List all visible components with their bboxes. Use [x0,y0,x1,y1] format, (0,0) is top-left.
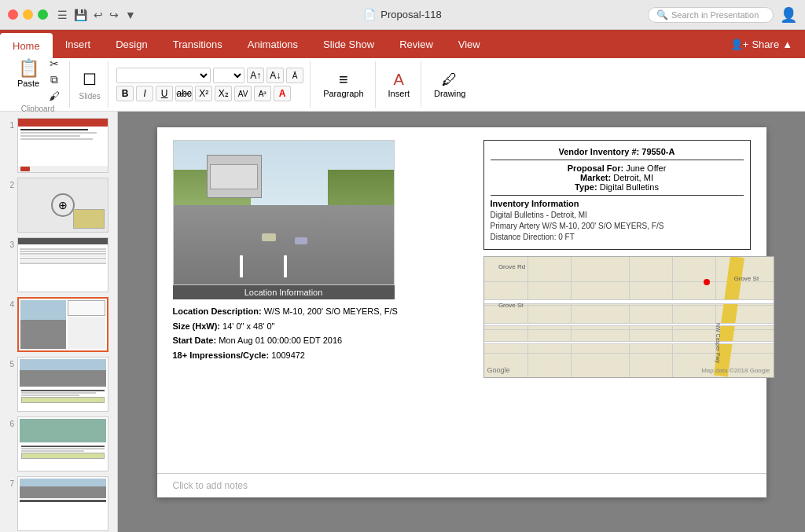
tab-insert[interactable]: Insert [53,30,104,58]
start-date-row: Start Date: Mon Aug 01 00:00:00 EDT 2016 [173,333,471,348]
increase-font-button[interactable]: A↑ [247,68,264,83]
drawing-button[interactable]: 🖊 Drawing [429,69,470,100]
format-painter-icon: 🖌 [49,90,60,102]
text-color-button[interactable]: A [274,86,291,101]
slide-thumb-4[interactable] [17,297,108,352]
toolbar-icons: ☰ 💾 ↩ ↪ ▼ [57,9,136,21]
share-button[interactable]: 👤+ Share ▲ [718,30,805,58]
map-google-label: Google [487,366,510,374]
new-slide-button[interactable]: ☐ [78,68,101,90]
format-painter-button[interactable]: 🖌 [46,89,63,103]
location-details: Location Description: W/S M-10, 200' S/O… [173,304,471,363]
slide-item-7[interactable]: 7 [5,476,112,531]
save-icon[interactable]: 💾 [74,9,87,21]
map-placeholder: Grove Rd Grove St NW Casper Fwy Grove St… [483,256,774,378]
slide-item-5[interactable]: 5 [5,357,112,412]
profile-icon[interactable]: 👤 [780,6,797,24]
undo-icon[interactable]: ↩ [94,9,103,21]
window-controls [8,9,48,20]
subscript-button[interactable]: X₂ [215,86,232,101]
slides-label: Slides [79,92,101,101]
slide-canvas-wrapper: Location Information Location Descriptio… [157,127,766,497]
slide-thumb-7[interactable] [17,476,108,531]
font-family-dropdown[interactable] [116,68,211,83]
slide-thumb-6[interactable] [17,416,108,471]
close-button[interactable] [8,9,18,20]
slide-thumb-2[interactable]: ⊕ [17,178,108,233]
tab-transitions[interactable]: Transitions [160,30,235,58]
inventory-line-3: Distance Direction: 0 FT [491,232,744,243]
sidebar-toggle-icon[interactable]: ☰ [57,9,68,21]
copy-button[interactable]: ⧉ [46,72,63,87]
insert-button[interactable]: A Insert [384,69,415,100]
minimize-button[interactable] [23,9,33,20]
search-box[interactable]: 🔍 Search in Presentation [648,7,774,23]
file-icon: 📄 [363,9,376,20]
underline-button[interactable]: U [156,86,173,101]
size-row: Size (HxW): 14' 0" x 48' 0" [173,319,471,334]
copy-icon: ⧉ [50,73,58,86]
vendor-box: Vendor Inventory #: 79550-A Proposal For… [483,140,751,250]
slide-thumb-5[interactable] [17,357,108,412]
notes-placeholder: Click to add notes [173,480,248,491]
superscript-button[interactable]: X² [195,86,212,101]
impressions-value: 1009472 [271,350,305,360]
add-person-icon: 👤+ [730,39,749,50]
slide-right: Vendor Inventory #: 79550-A Proposal For… [483,140,751,378]
insert-label: Insert [388,89,410,98]
font-color-button[interactable]: AV [234,86,252,101]
clipboard-group: 📋 Paste ✂ ⧉ 🖌 Clipboard [6,61,70,108]
more-icon[interactable]: ▼ [125,9,136,21]
clear-format-button[interactable]: Ā [286,68,303,83]
map-copyright-label: Map data ©2018 Google [701,367,770,374]
inventory-line-1: Digital Bulletins - Detroit, MI [491,210,744,221]
slide-number-1: 1 [5,118,14,130]
search-placeholder: Search in Presentation [671,10,759,20]
paste-label: Paste [17,79,39,88]
slide-number-2: 2 [5,178,14,189]
insert-group: A Insert [377,61,422,108]
impressions-label: 18+ Impressions/Cycle: [173,350,270,360]
maximize-button[interactable] [38,9,48,20]
bold-button[interactable]: B [116,86,134,101]
tab-view[interactable]: View [446,30,493,58]
tab-animations[interactable]: Animations [235,30,311,58]
notes-area[interactable]: Click to add notes [157,473,766,497]
font-size-dropdown[interactable] [213,68,244,83]
slide-content: Location Information Location Descriptio… [173,140,751,378]
location-info-label: Location Information [173,285,395,299]
cut-button[interactable]: ✂ [46,57,63,71]
slide-thumb-1[interactable] [17,118,108,173]
drawing-group: 🖊 Drawing [423,61,476,108]
tab-design[interactable]: Design [103,30,160,58]
map-label-grove-rd: Grove Rd [498,263,525,270]
slide-item-2[interactable]: 2 ⊕ [5,178,112,233]
slide-number-3: 3 [5,237,14,249]
redo-icon[interactable]: ↪ [109,9,119,21]
strikethrough-button[interactable]: abc [175,86,193,101]
slide-item-1[interactable]: 1 [5,118,112,173]
slide-number-5: 5 [5,357,14,369]
decrease-font-button[interactable]: A↓ [266,68,284,83]
drawing-label: Drawing [434,89,465,98]
tab-slideshow[interactable]: Slide Show [311,30,387,58]
canvas-area: Location Information Location Descriptio… [118,112,805,532]
paragraph-button[interactable]: ≡ Paragraph [318,69,368,100]
ribbon-content: 📋 Paste ✂ ⧉ 🖌 Clipboard ☐ Slides [0,58,805,112]
font-highlight-button[interactable]: Aᵃ [254,86,271,101]
slide-thumb-3[interactable] [17,237,108,292]
slide-canvas: Location Information Location Descriptio… [157,127,766,473]
inventory-text: Digital Bulletins - Detroit, MI Primary … [491,210,744,243]
slide-left: Location Information Location Descriptio… [173,140,471,378]
search-icon: 🔍 [656,9,668,20]
paragraph-group: ≡ Paragraph [312,61,375,108]
slide-item-6[interactable]: 6 [5,416,112,471]
title-right: 🔍 Search in Presentation 👤 [648,6,797,24]
slide-item-3[interactable]: 3 [5,237,112,292]
location-description-row: Location Description: W/S M-10, 200' S/O… [173,304,471,319]
tab-review[interactable]: Review [387,30,446,58]
slide-item-4[interactable]: 4 [5,297,112,352]
italic-button[interactable]: I [136,86,153,101]
tab-home[interactable]: Home [0,33,53,58]
paste-button[interactable]: 📋 Paste [13,57,44,103]
